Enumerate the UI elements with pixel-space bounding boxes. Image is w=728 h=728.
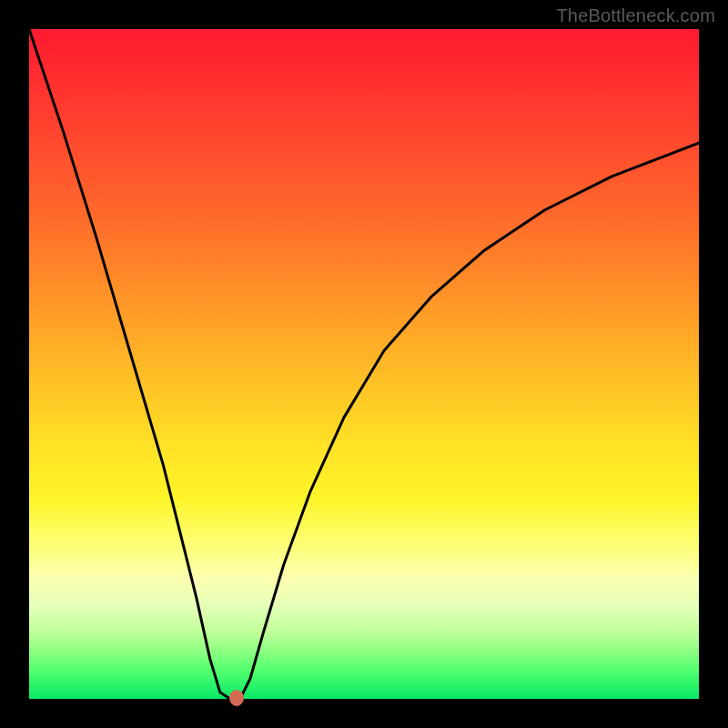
bottleneck-curve [29,29,699,699]
data-marker [229,690,244,706]
curve-svg [29,29,699,699]
chart-frame: TheBottleneck.com [0,0,728,728]
watermark-text: TheBottleneck.com [556,5,715,26]
plot-area [29,29,699,699]
